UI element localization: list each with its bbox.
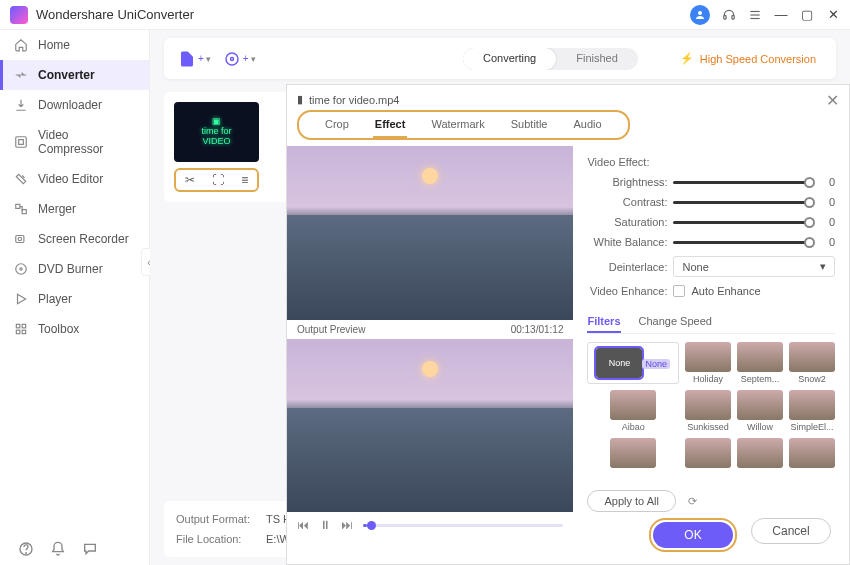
filter-swatch (610, 438, 656, 468)
minimize-button[interactable]: ― (774, 7, 788, 22)
saturation-slider[interactable] (673, 221, 811, 224)
svg-point-12 (20, 268, 22, 270)
progress-slider[interactable] (363, 524, 563, 527)
sidebar-item-home[interactable]: Home (0, 30, 149, 60)
reset-icon[interactable]: ⟳ (688, 495, 697, 508)
sidebar-item-label: Video Editor (38, 172, 103, 186)
video-effect-heading: Video Effect: (587, 156, 835, 168)
sidebar-item-video-compressor[interactable]: Video Compressor (0, 120, 149, 164)
tab-finished[interactable]: Finished (556, 48, 638, 70)
editor-tabs-highlight: CropEffectWatermarkSubtitleAudio (297, 110, 630, 140)
filter-blank-10[interactable] (737, 438, 783, 480)
deinterlace-select[interactable]: None▾ (673, 256, 835, 277)
whitebalance-slider[interactable] (673, 241, 811, 244)
filter-sunkissed[interactable]: Sunkissed (685, 390, 731, 432)
filter-none[interactable]: NoneNone (587, 342, 679, 384)
toolbox-icon (14, 322, 28, 336)
ok-button[interactable]: OK (653, 522, 733, 548)
filter-swatch (789, 390, 835, 420)
editor-tab-effect[interactable]: Effect (373, 112, 408, 138)
svg-point-20 (226, 53, 238, 65)
filter-aibao[interactable]: Aibao (587, 390, 679, 432)
brightness-slider[interactable] (673, 181, 811, 184)
sidebar-item-converter[interactable]: Converter (0, 60, 149, 90)
help-icon[interactable] (18, 541, 32, 555)
apply-to-all-button[interactable]: Apply to All (587, 490, 675, 512)
filter-blank-8[interactable] (587, 438, 679, 480)
subtab-change-speed[interactable]: Change Speed (639, 311, 712, 333)
sidebar-item-label: Converter (38, 68, 95, 82)
high-speed-toggle[interactable]: ⚡ High Speed Conversion (680, 52, 822, 65)
add-dvd-button[interactable]: +▾ (223, 50, 256, 68)
feedback-icon[interactable] (82, 541, 96, 555)
app-logo (10, 6, 28, 24)
filter-swatch (737, 438, 783, 468)
filter-willow[interactable]: Willow (737, 390, 783, 432)
cancel-button[interactable]: Cancel (751, 518, 831, 544)
slider-label: Saturation: (587, 216, 673, 228)
maximize-button[interactable]: ▢ (800, 7, 814, 22)
prev-frame-button[interactable]: ⏮ (297, 518, 309, 532)
compress-icon (14, 135, 28, 149)
editor-tab-watermark[interactable]: Watermark (429, 112, 486, 138)
sidebar-item-label: Toolbox (38, 322, 79, 336)
sidebar-item-downloader[interactable]: Downloader (0, 90, 149, 120)
user-avatar-icon[interactable] (690, 5, 710, 25)
auto-enhance-checkbox[interactable] (673, 285, 685, 297)
toolbar: +▾ +▾ Converting Finished ⚡ High Speed C… (164, 38, 836, 80)
menu-icon[interactable] (748, 8, 762, 22)
sidebar-item-toolbox[interactable]: Toolbox (0, 314, 149, 344)
more-icon[interactable]: ≡ (241, 173, 248, 187)
contrast-slider[interactable] (673, 201, 811, 204)
add-file-button[interactable]: +▾ (178, 50, 211, 68)
pause-button[interactable]: ⏸ (319, 518, 331, 532)
preview-original (287, 146, 573, 320)
sidebar-item-screen-recorder[interactable]: Screen Recorder (0, 224, 149, 254)
editor-tab-crop[interactable]: Crop (323, 112, 351, 138)
close-dialog-button[interactable]: ✕ (826, 91, 839, 110)
deinterlace-label: Deinterlace: (587, 261, 673, 273)
video-thumbnail[interactable]: ▣time forVIDEO (174, 102, 259, 162)
crop-icon[interactable]: ⛶ (212, 173, 224, 187)
svg-point-21 (230, 57, 233, 60)
filter-snow2[interactable]: Snow2 (789, 342, 835, 384)
tab-converting[interactable]: Converting (463, 48, 556, 70)
editor-tab-subtitle[interactable]: Subtitle (509, 112, 550, 138)
trim-icon[interactable]: ✂ (185, 173, 195, 187)
sidebar-item-player[interactable]: Player (0, 284, 149, 314)
svg-rect-17 (22, 330, 26, 334)
next-frame-button[interactable]: ⏭ (341, 518, 353, 532)
sidebar-item-merger[interactable]: Merger (0, 194, 149, 224)
converter-icon (14, 68, 28, 82)
sidebar-item-dvd-burner[interactable]: DVD Burner (0, 254, 149, 284)
filter-holiday[interactable]: Holiday (685, 342, 731, 384)
headset-icon[interactable] (722, 8, 736, 22)
recorder-icon (14, 232, 28, 246)
sidebar-item-label: DVD Burner (38, 262, 103, 276)
filter-caption: Holiday (693, 374, 723, 384)
filter-caption: SimpleEl... (790, 422, 833, 432)
svg-marker-13 (18, 294, 26, 303)
filter-swatch (737, 390, 783, 420)
filter-blank-11[interactable] (789, 438, 835, 480)
filter-blank-9[interactable] (685, 438, 731, 480)
svg-rect-15 (22, 324, 26, 328)
editor-icon (14, 172, 28, 186)
slider-label: Brightness: (587, 176, 673, 188)
subtab-filters[interactable]: Filters (587, 311, 620, 333)
thumb-tools: ✂ ⛶ ≡ (174, 168, 259, 192)
filter-swatch (685, 390, 731, 420)
svg-point-10 (18, 237, 22, 241)
sidebar-item-video-editor[interactable]: Video Editor (0, 164, 149, 194)
filter-simpleel[interactable]: SimpleEl... (789, 390, 835, 432)
sidebar-item-label: Video Compressor (38, 128, 135, 156)
editor-tab-audio[interactable]: Audio (571, 112, 603, 138)
svg-rect-8 (22, 210, 26, 214)
preview-output (287, 339, 573, 513)
slider-label: Contrast: (587, 196, 673, 208)
filter-septem[interactable]: Septem... (737, 342, 783, 384)
svg-rect-1 (724, 15, 726, 18)
filter-swatch (685, 438, 731, 468)
close-window-button[interactable]: ✕ (826, 7, 840, 22)
bell-icon[interactable] (50, 541, 64, 555)
